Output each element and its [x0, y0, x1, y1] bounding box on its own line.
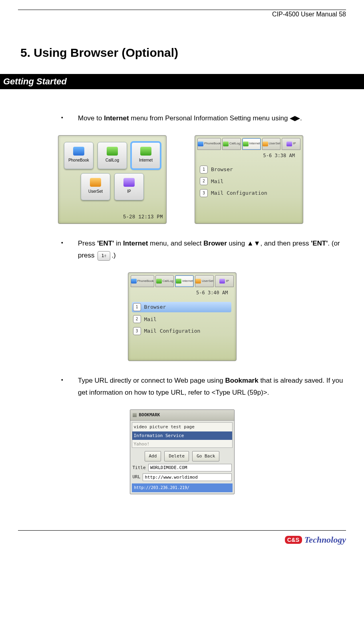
bookmark-list: video picture test page Information Serv… — [132, 422, 233, 448]
menu-item-browser[interactable]: 1Browser — [200, 165, 298, 174]
go-back-button[interactable]: Go Back — [192, 451, 219, 461]
clock-label: 5-6 3:38 AM — [195, 150, 303, 161]
delete-button[interactable]: Delete — [164, 451, 189, 461]
tab-calllog[interactable]: CallLog — [155, 275, 174, 287]
step-3: Type URL directly or connect to Web page… — [18, 375, 346, 399]
menu-item-mail[interactable]: 2Mail — [200, 177, 298, 186]
screenshot-row-2: PhoneBook CallLog Internet UserSet IP 5-… — [18, 272, 346, 361]
bookmark-title-label: Title — [133, 464, 146, 472]
tab-internet[interactable]: Internet — [242, 138, 261, 150]
step-1: Move to Internet menu from Personal Info… — [18, 112, 346, 125]
header-line: CIP-4500 User Manual 58 — [18, 11, 346, 18]
tab-ip[interactable]: IP — [282, 138, 300, 150]
bookmark-screenshot: BOOKMARK video picture test page Informa… — [130, 409, 235, 494]
add-button[interactable]: Add — [145, 451, 161, 461]
menu-item-mailconfig[interactable]: 3Mail Configuration — [133, 326, 231, 335]
tab-calllog[interactable]: CallLog — [222, 138, 241, 150]
tab-userset[interactable]: UserSet — [195, 275, 214, 287]
tab-phonebook[interactable]: PhoneBook — [197, 138, 221, 150]
bookmark-item[interactable]: video picture test page — [132, 423, 232, 431]
tab-ip[interactable]: IP — [215, 275, 234, 287]
bookmark-status-url: http://203.236.201.219/ — [132, 483, 233, 492]
bookmark-title-input[interactable] — [148, 464, 232, 471]
menu-item-browser[interactable]: 1Browser — [132, 302, 231, 312]
bookmark-icon — [133, 413, 137, 417]
clock-label: 5-28 12:13 PM — [123, 213, 163, 222]
app-ip[interactable]: IP — [114, 173, 144, 200]
bookmark-url-label: URL — [133, 473, 141, 481]
userset-icon — [90, 178, 101, 187]
bookmark-item[interactable]: Yahoo! — [132, 440, 232, 447]
bookmark-item[interactable]: Information Service — [132, 431, 232, 440]
app-internet[interactable]: Internet — [131, 142, 161, 169]
menu-item-mail[interactable]: 2Mail — [133, 315, 231, 324]
screenshot-row-1: PhoneBook CallLog Internet UserSet IP 5-… — [58, 135, 346, 224]
bookmark-titlebar: BOOKMARK — [130, 410, 234, 421]
app-userset[interactable]: UserSet — [81, 173, 110, 200]
tab-phonebook[interactable]: PhoneBook — [131, 275, 154, 287]
app-phonebook[interactable]: PhoneBook — [64, 142, 93, 169]
keypad-1-key-icon: 1⇧ — [97, 251, 110, 261]
tab-userset[interactable]: UserSet — [262, 138, 281, 150]
phonebook-icon — [73, 147, 84, 156]
tab-internet[interactable]: Internet — [175, 275, 194, 287]
app-calllog[interactable]: CallLog — [97, 142, 127, 169]
doc-title: CIP-4500 User Manual — [272, 11, 337, 18]
ip-icon — [123, 178, 135, 187]
arrow-left-right-icon: ◀▶ — [290, 114, 300, 122]
internet-icon — [140, 147, 151, 156]
clock-label: 5-6 3:40 AM — [128, 287, 236, 298]
brand-text: Technology — [304, 535, 346, 545]
bookmark-url-input[interactable] — [143, 473, 231, 481]
page-number: 58 — [339, 11, 346, 18]
menu-item-mailconfig[interactable]: 3Mail Configuration — [200, 188, 298, 198]
arrow-up-down-icon: ▲▼ — [247, 240, 261, 247]
calllog-icon — [107, 147, 118, 156]
brand-logo: C&S Technology — [285, 535, 346, 545]
section-heading: Getting Started — [0, 74, 364, 89]
menu-screenshot-internet: PhoneBook CallLog Internet UserSet IP 5-… — [195, 135, 303, 224]
page-footer: C&S Technology — [18, 530, 346, 552]
menu-screenshot-browser-selected: PhoneBook CallLog Internet UserSet IP 5-… — [128, 272, 237, 361]
brand-badge: C&S — [285, 536, 302, 544]
step-2: Press 'ENT' in Internet menu, and select… — [18, 238, 346, 262]
menu-screenshot-home: PhoneBook CallLog Internet UserSet IP 5-… — [58, 135, 167, 224]
chapter-title: 5. Using Browser (Optional) — [20, 46, 346, 60]
